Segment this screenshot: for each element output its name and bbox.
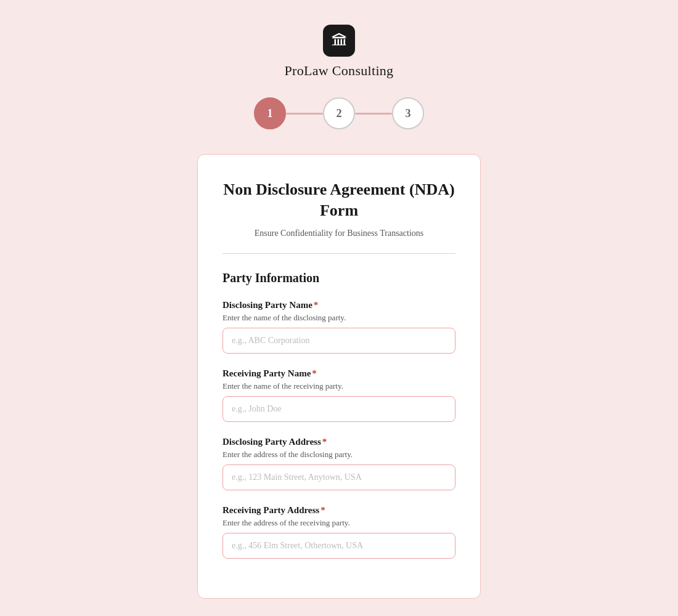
header: ProLaw Consulting [285,25,394,79]
form-subtitle: Ensure Confidentiality for Business Tran… [223,229,455,238]
label-disclosing-address: Disclosing Party Address* [223,437,455,447]
label-disclosing-name: Disclosing Party Name* [223,300,455,310]
field-group-disclosing-name: Disclosing Party Name* Enter the name of… [223,300,455,354]
courthouse-icon [330,31,348,50]
hint-receiving-name: Enter the name of the receiving party. [223,381,455,391]
stepper: 1 2 3 [254,97,424,129]
receiving-party-address-input[interactable] [223,533,455,559]
brand-name: ProLaw Consulting [285,63,394,79]
required-marker: * [321,505,325,515]
disclosing-party-name-input[interactable] [223,328,455,354]
required-marker: * [322,437,327,447]
hint-receiving-address: Enter the address of the receiving party… [223,518,455,528]
field-group-receiving-address: Receiving Party Address* Enter the addre… [223,505,455,559]
section-title: Party Information [223,271,455,285]
disclosing-party-address-input[interactable] [223,464,455,490]
label-receiving-address: Receiving Party Address* [223,505,455,516]
step-1[interactable]: 1 [254,97,286,129]
field-group-disclosing-address: Disclosing Party Address* Enter the addr… [223,437,455,490]
field-group-receiving-name: Receiving Party Name* Enter the name of … [223,368,455,422]
label-receiving-name: Receiving Party Name* [223,368,455,379]
hint-disclosing-address: Enter the address of the disclosing part… [223,450,455,460]
required-marker: * [314,300,319,310]
step-3[interactable]: 3 [392,97,424,129]
required-marker: * [312,368,317,378]
form-title: Non Disclosure Agreement (NDA) Form [223,179,455,221]
form-card: Non Disclosure Agreement (NDA) Form Ensu… [197,154,481,599]
receiving-party-name-input[interactable] [223,396,455,422]
step-line-2 [355,113,392,115]
step-line-1 [286,113,323,115]
divider [223,253,455,254]
logo-icon [323,25,355,57]
hint-disclosing-name: Enter the name of the disclosing party. [223,313,455,323]
step-2[interactable]: 2 [323,97,355,129]
